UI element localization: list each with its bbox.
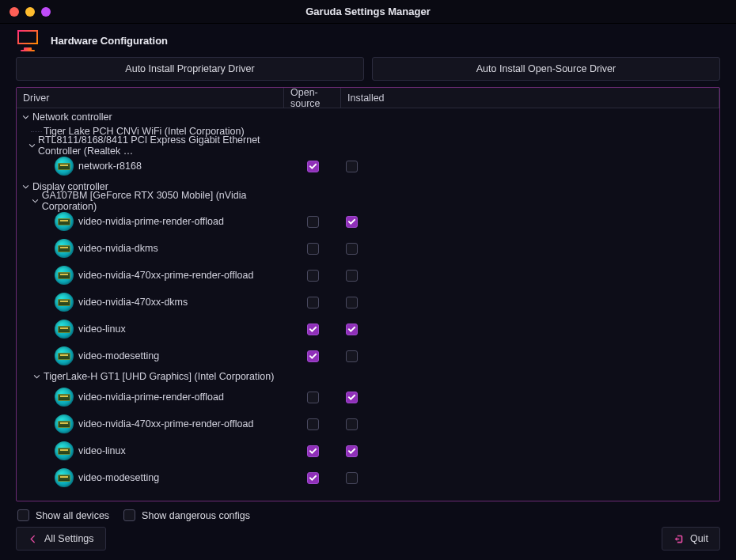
driver-name: video-linux	[78, 324, 126, 335]
installed-checkbox[interactable]	[346, 324, 358, 335]
all-settings-button[interactable]: All Settings	[16, 527, 106, 551]
driver-chip-icon	[55, 346, 74, 365]
chevron-down-icon[interactable]	[31, 196, 40, 206]
options-row: Show all devices Show dangerous configs	[0, 501, 736, 521]
driver-row[interactable]: video-linux	[17, 316, 719, 342]
driver-row[interactable]: network-r8168	[17, 153, 719, 180]
driver-row[interactable]: video-linux	[17, 437, 719, 464]
driver-chip-icon	[55, 239, 74, 258]
chevron-down-icon[interactable]	[21, 112, 30, 122]
driver-name: video-nvidia-470xx-prime-render-offload	[78, 270, 253, 281]
category-label: Network controller	[32, 112, 112, 123]
driver-chip-icon	[55, 157, 74, 176]
show-all-devices-checkbox[interactable]	[17, 509, 29, 521]
driver-row[interactable]: video-nvidia-470xx-prime-render-offload	[17, 262, 719, 289]
quit-label: Quit	[690, 533, 708, 544]
opensource-checkbox[interactable]	[307, 445, 319, 457]
driver-chip-icon	[55, 414, 74, 433]
driver-row[interactable]: video-nvidia-dkms	[17, 235, 719, 262]
device-row[interactable]: TigerLake-H GT1 [UHD Graphics] (Intel Co…	[17, 369, 719, 384]
installed-checkbox[interactable]	[346, 161, 358, 172]
device-row[interactable]: RTL8111/8168/8411 PCI Express Gigabit Et…	[17, 138, 719, 153]
footer: All Settings Quit	[0, 527, 736, 551]
opensource-checkbox[interactable]	[307, 297, 319, 308]
driver-chip-icon	[55, 441, 74, 460]
driver-name: video-nvidia-prime-render-offload	[78, 392, 224, 403]
opensource-checkbox[interactable]	[307, 270, 319, 282]
driver-row[interactable]: video-modesetting	[17, 342, 719, 369]
opensource-checkbox[interactable]	[307, 161, 319, 172]
driver-name: video-modesetting	[78, 350, 159, 361]
page-header: Hardware Configuration	[0, 24, 736, 57]
show-all-devices-label: Show all devices	[36, 510, 109, 521]
driver-chip-icon	[55, 212, 74, 231]
driver-name: video-nvidia-prime-render-offload	[78, 216, 224, 227]
quit-button[interactable]: Quit	[662, 527, 720, 551]
installed-checkbox[interactable]	[346, 392, 358, 403]
driver-row[interactable]: video-modesetting	[17, 464, 719, 491]
driver-tree: Driver Open-source Installed Network con…	[16, 87, 720, 501]
opensource-checkbox[interactable]	[307, 418, 319, 430]
device-row[interactable]: GA107BM [GeForce RTX 3050 Mobile] (nVidi…	[17, 194, 719, 208]
chevron-down-icon[interactable]	[28, 141, 36, 150]
col-opensource[interactable]: Open-source	[284, 88, 341, 108]
auto-install-opensource-button[interactable]: Auto Install Open-Source Driver	[372, 57, 720, 81]
driver-row[interactable]: video-nvidia-470xx-prime-render-offload	[17, 411, 719, 437]
driver-chip-icon	[55, 320, 74, 339]
driver-chip-icon	[55, 388, 74, 407]
driver-name: video-nvidia-dkms	[78, 243, 158, 254]
category-row[interactable]: Network controller	[17, 110, 719, 124]
quit-icon	[673, 534, 684, 544]
installed-checkbox[interactable]	[346, 216, 358, 228]
opensource-checkbox[interactable]	[307, 243, 319, 255]
show-all-devices-option[interactable]: Show all devices	[17, 509, 109, 521]
installed-checkbox[interactable]	[346, 243, 358, 255]
driver-name: video-modesetting	[78, 472, 159, 483]
installed-checkbox[interactable]	[346, 472, 358, 484]
installed-checkbox[interactable]	[346, 270, 358, 282]
driver-chip-icon	[55, 266, 74, 285]
show-dangerous-checkbox[interactable]	[123, 509, 135, 521]
opensource-checkbox[interactable]	[307, 350, 319, 362]
titlebar: Garuda Settings Manager	[0, 0, 736, 24]
show-dangerous-label: Show dangerous configs	[142, 510, 250, 521]
show-dangerous-option[interactable]: Show dangerous configs	[123, 509, 250, 521]
installed-checkbox[interactable]	[346, 418, 358, 430]
install-buttons: Auto Install Proprietary Driver Auto Ins…	[0, 57, 736, 87]
driver-row[interactable]: video-nvidia-prime-render-offload	[17, 208, 719, 235]
driver-row[interactable]: video-nvidia-prime-render-offload	[17, 384, 719, 411]
chevron-down-icon[interactable]	[32, 372, 41, 381]
opensource-checkbox[interactable]	[307, 392, 319, 403]
tree-body: Network controller Tiger Lake PCH CNVi W…	[17, 108, 719, 501]
installed-checkbox[interactable]	[346, 350, 358, 362]
col-installed[interactable]: Installed	[341, 88, 719, 108]
chevron-left-icon	[28, 534, 38, 544]
installed-checkbox[interactable]	[346, 297, 358, 308]
driver-name: video-nvidia-470xx-dkms	[78, 297, 188, 308]
device-label: TigerLake-H GT1 [UHD Graphics] (Intel Co…	[44, 371, 274, 382]
installed-checkbox[interactable]	[346, 445, 358, 457]
driver-name: video-linux	[78, 445, 126, 456]
window-title: Garuda Settings Manager	[0, 6, 736, 17]
col-driver[interactable]: Driver	[17, 88, 284, 108]
chevron-down-icon[interactable]	[21, 182, 30, 191]
opensource-checkbox[interactable]	[307, 216, 319, 228]
opensource-checkbox[interactable]	[307, 472, 319, 484]
monitor-icon	[16, 30, 40, 51]
driver-row[interactable]: video-nvidia-470xx-dkms	[17, 289, 719, 316]
auto-install-proprietary-button[interactable]: Auto Install Proprietary Driver	[16, 57, 364, 81]
opensource-checkbox[interactable]	[307, 324, 319, 335]
all-settings-label: All Settings	[44, 533, 94, 544]
driver-chip-icon	[55, 293, 74, 312]
page-title: Hardware Configuration	[51, 35, 168, 47]
driver-chip-icon	[55, 468, 74, 487]
driver-name: network-r8168	[78, 161, 142, 172]
tree-header: Driver Open-source Installed	[17, 88, 719, 108]
driver-name: video-nvidia-470xx-prime-render-offload	[78, 418, 253, 429]
